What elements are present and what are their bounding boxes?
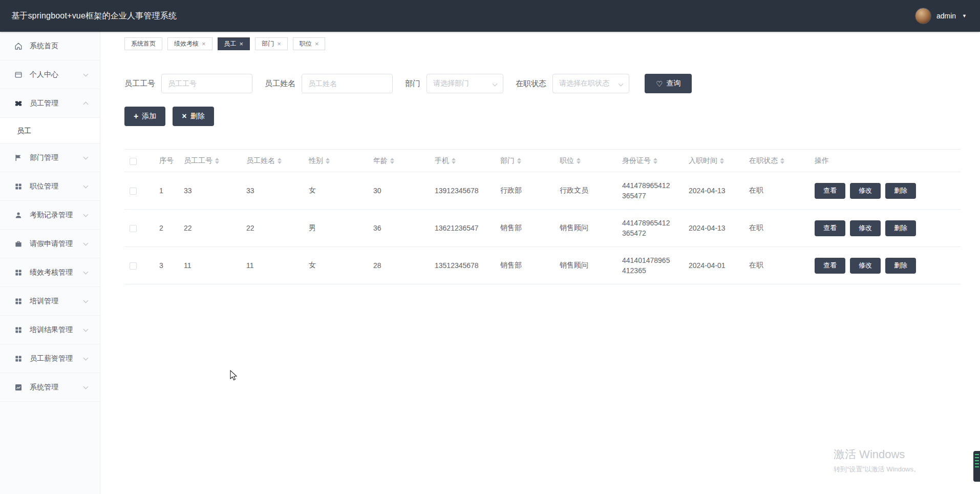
col-入职时间[interactable]: 入职时间	[684, 150, 744, 172]
修改-button[interactable]: 修改	[850, 258, 881, 274]
删除-button[interactable]: 删除	[885, 220, 916, 236]
col-员工姓名[interactable]: 员工姓名	[241, 150, 304, 172]
row-checkbox[interactable]	[130, 188, 137, 195]
col-手机[interactable]: 手机	[430, 150, 495, 172]
col-性别[interactable]: 性别	[304, 150, 368, 172]
sidebar-item-请假申请管理[interactable]: 请假申请管理	[0, 230, 100, 258]
dropdown-caret-icon[interactable]: ▼	[962, 13, 967, 18]
row-actions: 查看修改删除	[809, 210, 961, 247]
tab-部门[interactable]: 部门×	[255, 37, 288, 50]
sidebar-item-系统管理[interactable]: 系统管理	[0, 373, 100, 402]
employee-management-icon	[14, 99, 24, 108]
sidebar-item-label: 个人中心	[30, 70, 58, 79]
table-row: 13333女3013912345678行政部行政文员44147896541236…	[124, 172, 961, 210]
table-cell: 13621236547	[430, 210, 495, 247]
select-all-checkbox[interactable]	[130, 158, 137, 165]
删除-button[interactable]: 删除	[885, 183, 916, 199]
查看-button[interactable]: 查看	[815, 183, 845, 199]
search-field: 在职状态请选择在职状态	[516, 74, 629, 93]
sidebar-item-考勤记录管理[interactable]: 考勤记录管理	[0, 201, 100, 230]
close-icon[interactable]: ×	[202, 40, 206, 47]
sort-icon[interactable]	[278, 156, 282, 166]
tab-职位[interactable]: 职位×	[293, 37, 326, 50]
tab-员工[interactable]: 员工×	[218, 37, 250, 50]
sort-icon[interactable]	[517, 156, 521, 166]
sort-icon[interactable]	[326, 156, 330, 166]
table-body: 13333女3013912345678行政部行政文员44147896541236…	[124, 172, 961, 284]
在职状态-select[interactable]: 请选择在职状态	[552, 74, 629, 93]
avatar[interactable]	[915, 8, 931, 24]
close-icon[interactable]: ×	[315, 40, 319, 47]
app-title: 基于springboot+vue框架的企业人事管理系统	[11, 11, 177, 22]
tab-绩效考核[interactable]: 绩效考核×	[167, 37, 212, 50]
table-cell: 36	[368, 210, 430, 247]
delete-button[interactable]: × 删除	[173, 107, 214, 126]
col-职位[interactable]: 职位	[555, 150, 617, 172]
personal-center-icon	[14, 71, 24, 79]
sidebar-item-label: 员工薪资管理	[30, 354, 73, 363]
查看-button[interactable]: 查看	[815, 258, 845, 274]
部门-select[interactable]: 请选择部门	[427, 74, 503, 93]
row-checkbox[interactable]	[130, 262, 137, 270]
table-cell: 男	[304, 210, 368, 247]
col-在职状态[interactable]: 在职状态	[744, 150, 809, 172]
sort-icon[interactable]	[653, 156, 657, 166]
修改-button[interactable]: 修改	[850, 183, 881, 199]
table-cell: 女	[304, 247, 368, 284]
table-cell: 11	[179, 247, 241, 284]
sidebar-item-职位管理[interactable]: 职位管理	[0, 172, 100, 201]
table-cell: 441478965412365472	[617, 210, 684, 247]
员工姓名-input[interactable]	[302, 74, 393, 93]
plus-icon: +	[134, 112, 138, 120]
table-header-row: 序号员工工号员工姓名性别年龄手机部门职位身份证号入职时间在职状态操作	[124, 150, 961, 172]
table-cell: 3	[154, 247, 179, 284]
add-button[interactable]: + 添加	[124, 107, 165, 126]
table-cell: 30	[368, 172, 430, 210]
chevron-down-icon	[83, 71, 89, 76]
tab-bar: 系统首页绩效考核×员工×部门×职位×	[124, 37, 980, 50]
sort-icon[interactable]	[452, 156, 456, 166]
sidebar-item-部门管理[interactable]: 部门管理	[0, 143, 100, 172]
row-checkbox[interactable]	[130, 225, 137, 232]
col-员工工号[interactable]: 员工工号	[179, 150, 241, 172]
chevron-down-icon	[83, 326, 89, 332]
sort-icon[interactable]	[780, 156, 784, 166]
close-icon[interactable]: ×	[240, 40, 244, 47]
table-cell: 11	[241, 247, 304, 284]
sidebar-item-员工薪资管理[interactable]: 员工薪资管理	[0, 344, 100, 373]
sidebar-item-员工管理[interactable]: 员工管理	[0, 89, 100, 118]
field-label: 员工姓名	[265, 79, 295, 89]
tab-系统首页[interactable]: 系统首页	[124, 37, 162, 50]
sidebar-item-系统首页[interactable]: 系统首页	[0, 32, 100, 60]
修改-button[interactable]: 修改	[850, 220, 881, 236]
sort-icon[interactable]	[215, 156, 219, 166]
sort-icon[interactable]	[577, 156, 581, 166]
col-身份证号[interactable]: 身份证号	[617, 150, 684, 172]
col-部门[interactable]: 部门	[495, 150, 555, 172]
sidebar-item-绩效考核管理[interactable]: 绩效考核管理	[0, 258, 100, 287]
sidebar-item-个人中心[interactable]: 个人中心	[0, 60, 100, 89]
row-actions: 查看修改删除	[809, 172, 961, 210]
table-cell: 2	[154, 210, 179, 247]
close-icon[interactable]: ×	[277, 40, 281, 47]
windows-activation-watermark: 激活 Windows 转到“设置”以激活 Windows。	[834, 447, 920, 474]
sort-icon[interactable]	[720, 156, 724, 166]
sidebar-item-培训结果管理[interactable]: 培训结果管理	[0, 316, 100, 344]
查看-button[interactable]: 查看	[815, 220, 845, 236]
删除-button[interactable]: 删除	[885, 258, 916, 274]
edge-widget	[973, 451, 980, 482]
chevron-up-icon	[83, 102, 89, 107]
table-cell: 行政部	[495, 172, 555, 210]
query-button[interactable]: ♡ 查询	[645, 74, 692, 93]
table-cell: 28	[368, 247, 430, 284]
sidebar-item-培训管理[interactable]: 培训管理	[0, 287, 100, 316]
sort-icon[interactable]	[390, 156, 394, 166]
field-label: 员工工号	[124, 79, 155, 89]
员工工号-input[interactable]	[161, 74, 252, 93]
heart-icon: ♡	[656, 80, 663, 88]
user-menu[interactable]: admin ▼	[915, 8, 967, 24]
col-年龄[interactable]: 年龄	[368, 150, 430, 172]
chart-icon	[14, 383, 24, 392]
sidebar-item-label: 考勤记录管理	[30, 211, 73, 220]
sidebar-subitem-员工[interactable]: 员工	[0, 118, 100, 143]
